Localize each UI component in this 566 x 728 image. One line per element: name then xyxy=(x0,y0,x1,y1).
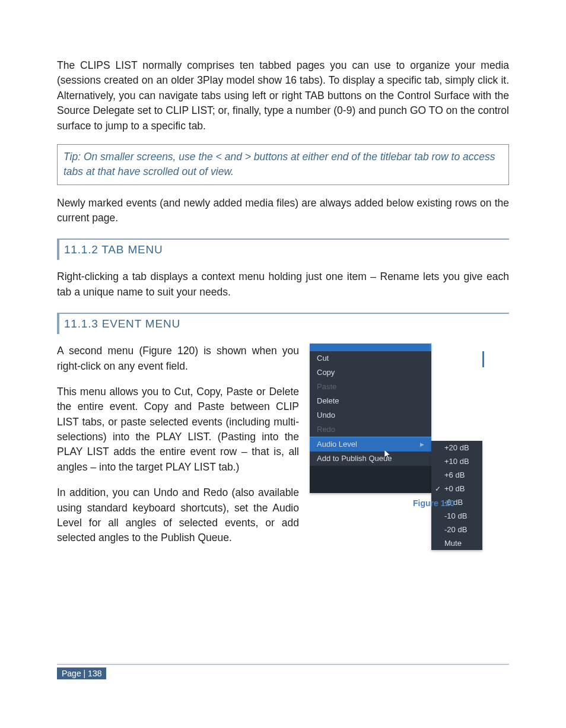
context-menu: Cut Copy Paste Delete Undo Redo Audio Le… xyxy=(310,344,431,493)
menu-paste: Paste xyxy=(310,380,431,394)
context-menu-top-bar xyxy=(310,344,431,351)
menu-publish[interactable]: Add to Publish Queue xyxy=(310,452,431,466)
section-heading-event-menu: 11.1.3 EVENT MENU xyxy=(57,313,509,334)
submenu-plus6[interactable]: +6 dB xyxy=(431,468,482,482)
submenu-plus0[interactable]: ✓ +0 dB xyxy=(431,482,482,495)
tip-text: Tip: On smaller screens, use the < and >… xyxy=(63,150,503,180)
check-icon: ✓ xyxy=(435,485,441,493)
tip-box: Tip: On smaller screens, use the < and >… xyxy=(57,144,509,185)
page-footer: Page | 138 xyxy=(57,664,509,679)
paragraph-cut-copy: This menu allows you to Cut, Copy, Paste… xyxy=(57,384,299,475)
two-column-layout: A second menu (Figure 120) is shown when… xyxy=(57,344,509,546)
menu-cut[interactable]: Cut xyxy=(310,351,431,365)
context-menu-figure: Cut Copy Paste Delete Undo Redo Audio Le… xyxy=(310,344,509,493)
heading-text: 11.1.3 EVENT MENU xyxy=(64,317,180,330)
paragraph-tab-menu: Right-clicking a tab displays a context … xyxy=(57,269,509,300)
submenu-arrow-icon: ▶ xyxy=(420,441,424,447)
menu-audio-label: Audio Level xyxy=(317,440,357,449)
submenu-plus10[interactable]: +10 dB xyxy=(431,454,482,468)
paragraph-undo-redo: In addition, you can Undo and Redo (also… xyxy=(57,485,299,546)
menu-spacer xyxy=(310,466,431,493)
audio-submenu: +20 dB +10 dB +6 dB ✓ +0 dB -6 dB -10 dB… xyxy=(431,441,482,550)
menu-copy[interactable]: Copy xyxy=(310,365,431,380)
menu-redo: Redo xyxy=(310,422,431,437)
submenu-plus0-label: +0 dB xyxy=(444,484,465,493)
submenu-minus10[interactable]: -10 dB xyxy=(431,509,482,523)
paragraph-new-events: Newly marked events (and newly added med… xyxy=(57,196,509,226)
footer-rule xyxy=(57,664,509,665)
submenu-minus20[interactable]: -20 dB xyxy=(431,523,482,536)
figure-column: Cut Copy Paste Delete Undo Redo Audio Le… xyxy=(310,344,509,493)
blue-edge-strip xyxy=(482,351,484,367)
submenu-plus20[interactable]: +20 dB xyxy=(431,441,482,454)
menu-delete[interactable]: Delete xyxy=(310,394,431,408)
page-number: Page | 138 xyxy=(57,667,106,679)
section-heading-tab-menu: 11.1.2 TAB MENU xyxy=(57,239,509,260)
menu-audio-level[interactable]: Audio Level ▶ xyxy=(310,437,431,452)
left-column: A second menu (Figure 120) is shown when… xyxy=(57,344,299,546)
menu-undo[interactable]: Undo xyxy=(310,408,431,422)
heading-text: 11.1.2 TAB MENU xyxy=(64,243,163,256)
figure-caption: Figure 120 xyxy=(371,498,454,508)
submenu-mute[interactable]: Mute xyxy=(431,536,482,550)
paragraph-clips-list: The CLIPS LIST normally comprises ten ta… xyxy=(57,58,509,133)
menu-publish-label: Add to Publish Queue xyxy=(317,454,392,463)
paragraph-second-menu: A second menu (Figure 120) is shown when… xyxy=(57,344,299,374)
